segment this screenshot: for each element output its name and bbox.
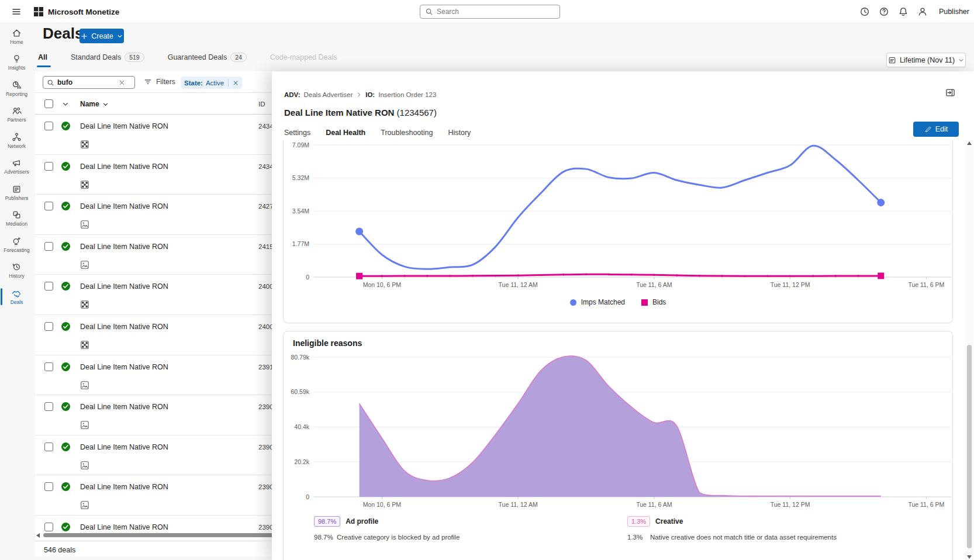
edit-button[interactable]: Edit [913, 122, 959, 137]
svg-text:7.09M: 7.09M [292, 141, 309, 148]
filters-button[interactable]: Filters [144, 78, 175, 86]
deal-name-link[interactable]: Deal Line Item Native RON [80, 282, 168, 291]
sidebar-item-history[interactable]: History [0, 258, 33, 284]
deal-id: 2400 [258, 283, 274, 290]
legend-imps-matched[interactable]: Imps Matched [570, 298, 625, 306]
sidebar-item-mediation[interactable]: Mediation [0, 206, 33, 232]
ineligible-reasons-card: Ineligible reasons 020.2k40.4k60.59k80.7… [283, 331, 953, 560]
sidebar-item-deals[interactable]: Deals [0, 284, 33, 310]
column-header-id[interactable]: ID [258, 101, 265, 108]
clear-search-icon[interactable] [119, 79, 125, 86]
image-creative-icon [81, 220, 89, 229]
account-person-icon[interactable] [917, 6, 928, 17]
history-icon [12, 262, 22, 272]
left-nav-rail: HomeInsightsReportingPartnersNetworkAdve… [0, 23, 33, 560]
deal-name-link[interactable]: Deal Line Item Native RON [80, 122, 168, 130]
row-checkbox[interactable] [44, 523, 53, 531]
deal-name-link[interactable]: Deal Line Item Native RON [80, 523, 168, 531]
creative-detail-pct: 1.3% [627, 534, 645, 541]
notifications-bell-icon[interactable] [898, 6, 909, 17]
remove-filter-icon[interactable] [233, 80, 239, 86]
list-search-input[interactable] [57, 78, 116, 87]
image-creative-icon [81, 501, 89, 509]
legend-bids[interactable]: Bids [641, 298, 666, 306]
row-checkbox[interactable] [44, 242, 53, 251]
tab-guaranteed-deals[interactable]: Guaranteed Deals24 [168, 53, 247, 62]
panel-scroll-area: 01.77M3.54M5.32M7.09MMon 10, 6 PMTue 11,… [272, 140, 964, 560]
deal-detail-panel: ADV: Deals Advertiser IO: Insertion Orde… [272, 71, 974, 560]
deal-name-link[interactable]: Deal Line Item Native RON [80, 163, 168, 171]
role-label: Publisher [939, 8, 969, 16]
scroll-left-arrow-icon[interactable] [36, 533, 41, 538]
create-button[interactable]: Create [80, 29, 124, 43]
network-icon [12, 132, 22, 142]
svg-text:Tue 11, 12 AM: Tue 11, 12 AM [499, 281, 538, 288]
tab-all[interactable]: All [38, 53, 47, 61]
svg-text:1.77M: 1.77M [292, 240, 309, 247]
deal-name-link[interactable]: Deal Line Item Native RON [80, 403, 168, 411]
sidebar-item-reporting[interactable]: Reporting [0, 75, 33, 102]
date-range-selector[interactable]: Lifetime (Nov 11) [886, 53, 966, 67]
vertical-scrollbar-thumb[interactable] [967, 345, 972, 548]
standard-deals-count-badge: 519 [125, 53, 144, 62]
deal-name-link[interactable]: Deal Line Item Native RON [80, 243, 168, 251]
active-status-icon [61, 522, 71, 532]
state-active-filter-chip[interactable]: State:Active [181, 77, 242, 89]
svg-text:Mon 10, 6 PM: Mon 10, 6 PM [363, 501, 401, 508]
deal-name-link[interactable]: Deal Line Item Native RON [80, 323, 168, 331]
sidebar-item-partners[interactable]: Partners [0, 102, 33, 128]
global-search-input[interactable] [437, 8, 555, 16]
row-checkbox[interactable] [44, 202, 53, 210]
sidebar-item-forecasting[interactable]: Forecasting [0, 231, 33, 258]
expand-all-chevron-icon[interactable] [62, 101, 69, 108]
svg-text:Tue 11, 12 AM: Tue 11, 12 AM [499, 501, 538, 508]
active-status-icon [61, 241, 71, 251]
image-creative-icon [81, 421, 89, 429]
page-title: Deals [43, 25, 83, 43]
row-checkbox[interactable] [44, 443, 53, 451]
filter-icon [144, 78, 152, 86]
tab-standard-deals[interactable]: Standard Deals519 [71, 53, 144, 62]
hamburger-menu-icon[interactable] [12, 7, 21, 16]
row-checkbox[interactable] [44, 162, 53, 171]
svg-text:Tue 11, 6 PM: Tue 11, 6 PM [908, 501, 944, 508]
sidebar-item-label: Forecasting [4, 247, 29, 253]
sidebar-item-network[interactable]: Network [0, 127, 33, 154]
sidebar-item-advertisers[interactable]: Advertisers [0, 154, 33, 180]
vertical-scrollbar[interactable] [965, 140, 973, 560]
deal-id: 2434 [258, 123, 274, 130]
deal-name-link[interactable]: Deal Line Item Native RON [80, 443, 168, 451]
row-checkbox[interactable] [44, 282, 53, 291]
active-tab-underline [37, 65, 51, 67]
deal-name-link[interactable]: Deal Line Item Native RON [80, 363, 168, 371]
chevron-down-icon [958, 57, 964, 63]
row-checkbox[interactable] [44, 362, 53, 371]
sidebar-item-publishers[interactable]: Publishers [0, 179, 33, 206]
svg-text:40.4k: 40.4k [294, 423, 309, 430]
row-checkbox[interactable] [44, 122, 53, 130]
help-icon[interactable] [879, 6, 889, 17]
select-all-checkbox[interactable] [44, 99, 53, 108]
image-creative-icon [81, 461, 89, 469]
active-status-icon [61, 402, 71, 412]
open-in-full-panel-icon[interactable] [945, 88, 955, 98]
scroll-up-arrow-icon[interactable] [967, 141, 972, 146]
recent-activity-icon[interactable] [859, 6, 870, 17]
svg-text:60.59k: 60.59k [291, 388, 309, 395]
native-placeholder-icon [81, 140, 89, 148]
deal-name-link[interactable]: Deal Line Item Native RON [80, 202, 168, 210]
advertiser-link[interactable]: Deals Advertiser [303, 91, 353, 98]
app-logo[interactable]: Microsoft Monetize [34, 7, 119, 16]
deal-name-link[interactable]: Deal Line Item Native RON [80, 483, 168, 491]
sidebar-item-insights[interactable]: Insights [0, 50, 33, 76]
row-checkbox[interactable] [44, 402, 53, 411]
reporting-icon [12, 80, 22, 90]
sidebar-item-label: Publishers [5, 195, 29, 201]
insertion-order-link[interactable]: Insertion Order 123 [378, 91, 436, 98]
row-checkbox[interactable] [44, 322, 53, 331]
deal-id: 2400 [258, 323, 274, 330]
sidebar-item-home[interactable]: Home [0, 23, 33, 50]
row-checkbox[interactable] [44, 482, 53, 491]
scroll-down-arrow-icon[interactable] [967, 554, 972, 559]
column-header-name[interactable]: Name [80, 100, 109, 108]
